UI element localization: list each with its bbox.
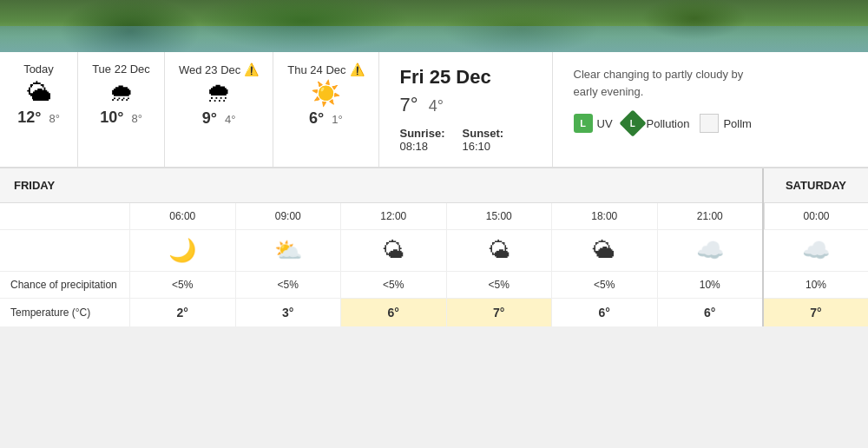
icon-0900: ⛅ <box>236 230 342 271</box>
detail-low: 4° <box>429 97 444 115</box>
icon-0600: 🌙 <box>130 230 236 271</box>
pollution2-badge-icon <box>700 114 719 133</box>
pollution-label: Pollution <box>647 117 690 130</box>
friday-hours-row: 06:00 09:00 12:00 15:00 18:00 21:00 <box>0 203 762 230</box>
uv-label: UV <box>597 117 613 130</box>
friday-temp-cells: 2° 3° 6° 7° 6° 6° <box>130 299 762 326</box>
precip-1800: <5% <box>552 272 658 298</box>
thu-warning-icon: ⚠️ <box>350 63 365 76</box>
sat-icon-0000: ☁️ <box>764 230 868 271</box>
photo-banner <box>0 0 868 52</box>
tue-high: 10° <box>100 109 123 126</box>
wed-label: Wed 23 Dec <box>179 63 240 76</box>
thu-icon: ☀️ <box>311 82 341 106</box>
thu-temps: 6° 1° <box>309 109 343 128</box>
hour-1200: 12:00 <box>341 203 447 229</box>
hour-1500: 15:00 <box>447 203 553 229</box>
detail-date: Fri 25 Dec <box>400 66 531 89</box>
detail-temp: 7° 4° <box>400 94 531 116</box>
temp-1800: 6° <box>552 299 658 326</box>
hour-1800: 18:00 <box>552 203 658 229</box>
forecast-day-wed[interactable]: Wed 23 Dec ⚠️ 🌨 9° 4° <box>165 52 273 167</box>
precip-0900: <5% <box>236 272 342 298</box>
today-low: 8° <box>49 112 59 125</box>
saturday-precip-row: 10% <box>764 272 868 299</box>
today-temps: 12° 8° <box>17 109 60 127</box>
precip-1500: <5% <box>447 272 553 298</box>
temp-1200: 6° <box>341 299 447 326</box>
temp-label: Temperature (°C) <box>0 299 130 326</box>
icons-spacer <box>0 230 130 271</box>
sunset-time: 16:10 <box>463 140 491 153</box>
detail-left: Fri 25 Dec 7° 4° Sunrise: 08:18 Sunset: … <box>379 52 553 167</box>
friday-icons-cells: 🌙 ⛅ 🌤 🌤 🌥 ☁️ <box>130 230 762 271</box>
sunrise-item: Sunrise: 08:18 <box>400 127 445 153</box>
precip-1200: <5% <box>341 272 447 298</box>
sunset-label: Sunset: <box>463 127 504 140</box>
hour-0900: 09:00 <box>236 203 342 229</box>
pollution2-indicator: Pollm <box>700 114 752 133</box>
temp-0900: 3° <box>236 299 342 326</box>
tue-temps: 10° 8° <box>100 109 142 127</box>
wed-temps: 9° 4° <box>202 109 236 128</box>
forecast-strip: Today 🌥 12° 8° Tue 22 Dec 🌧 10° 8° Wed 2… <box>0 52 379 167</box>
tue-low: 8° <box>131 112 141 125</box>
saturday-header: SATURDAY <box>764 168 868 203</box>
friday-section: FRIDAY 06:00 09:00 12:00 15:00 18:00 21:… <box>0 168 764 326</box>
icon-1200: 🌤 <box>341 230 447 271</box>
sat-temp-0000: 7° <box>764 299 868 326</box>
saturday-hours-row: 00:00 <box>764 203 868 230</box>
indicators: L UV L Pollution Pollm <box>574 114 848 133</box>
friday-header: FRIDAY <box>0 168 762 203</box>
icon-2100: ☁️ <box>658 230 763 271</box>
uv-badge-icon: L <box>574 114 593 133</box>
friday-hours-cells: 06:00 09:00 12:00 15:00 18:00 21:00 <box>130 203 762 229</box>
forecast-day-today[interactable]: Today 🌥 12° 8° <box>0 52 78 167</box>
sat-precip-0000: 10% <box>764 272 868 298</box>
wed-low: 4° <box>225 113 235 126</box>
forecast-day-tue[interactable]: Tue 22 Dec 🌧 10° 8° <box>78 52 165 167</box>
wed-warning-icon: ⚠️ <box>244 63 259 76</box>
sat-hour-0000: 00:00 <box>764 203 868 229</box>
thu-label: Thu 24 Dec <box>287 63 345 76</box>
temp-2100: 6° <box>658 299 763 326</box>
uv-indicator: L UV <box>574 114 613 133</box>
hourly-section: FRIDAY 06:00 09:00 12:00 15:00 18:00 21:… <box>0 168 868 326</box>
today-icon: 🌥 <box>27 81 51 105</box>
detail-panel: Fri 25 Dec 7° 4° Sunrise: 08:18 Sunset: … <box>379 52 869 167</box>
precip-2100: 10% <box>658 272 763 298</box>
saturday-temp-row: 7° <box>764 299 868 326</box>
today-high: 12° <box>17 109 41 126</box>
icon-1800: 🌥 <box>552 230 658 271</box>
forecast-day-thu[interactable]: Thu 24 Dec ⚠️ ☀️ 6° 1° <box>273 52 378 167</box>
tue-label: Tue 22 Dec <box>92 63 150 76</box>
thu-low: 1° <box>332 113 342 126</box>
sunrise-time: 08:18 <box>400 140 429 153</box>
precip-label: Chance of precipitation <box>0 272 130 298</box>
sun-times: Sunrise: 08:18 Sunset: 16:10 <box>400 127 531 153</box>
pollution2-label: Pollm <box>723 117 752 130</box>
tue-icon: 🌧 <box>109 81 134 105</box>
detail-right: Clear changing to partly cloudy by early… <box>553 52 869 167</box>
friday-precip-row: Chance of precipitation <5% <5% <5% <5% … <box>0 272 762 299</box>
pollution-badge-icon: L <box>619 109 646 136</box>
wed-icon: 🌨 <box>207 82 231 106</box>
saturday-icons-row: ☁️ <box>764 230 868 272</box>
saturday-section: SATURDAY 00:00 ☁️ 10% 7° <box>764 168 868 326</box>
friday-temp-row: Temperature (°C) 2° 3° 6° 7° 6° 6° <box>0 299 762 326</box>
thu-high: 6° <box>309 109 324 127</box>
hour-2100: 21:00 <box>658 203 763 229</box>
wed-high: 9° <box>202 109 217 127</box>
weather-description: Clear changing to partly cloudy by early… <box>574 66 747 100</box>
temp-0600: 2° <box>130 299 236 326</box>
hour-0600: 06:00 <box>130 203 236 229</box>
sunrise-label: Sunrise: <box>400 127 445 140</box>
temp-1500: 7° <box>447 299 553 326</box>
sunset-item: Sunset: 16:10 <box>463 127 504 153</box>
pollution-indicator: L Pollution <box>623 114 690 133</box>
detail-high: 7° <box>400 94 418 115</box>
today-label: Today <box>23 63 54 76</box>
precip-0600: <5% <box>130 272 236 298</box>
friday-precip-cells: <5% <5% <5% <5% <5% 10% <box>130 272 762 298</box>
icon-1500: 🌤 <box>447 230 553 271</box>
